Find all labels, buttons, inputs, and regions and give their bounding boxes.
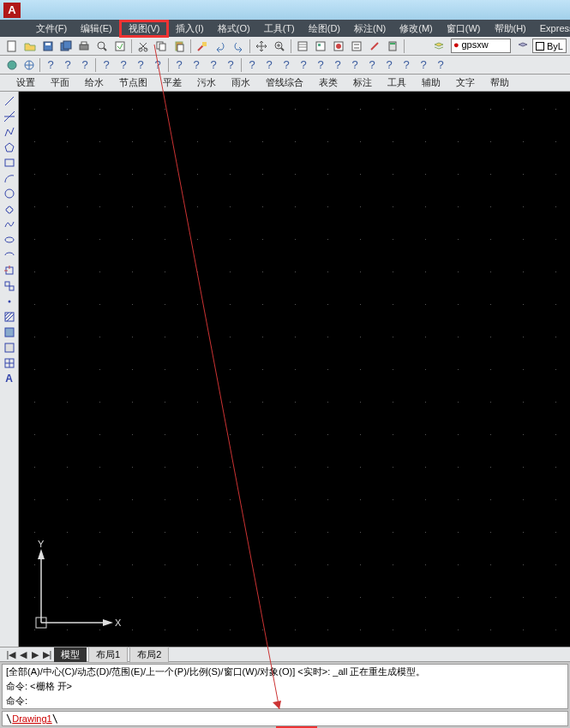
help-icon[interactable]: ? <box>98 57 115 73</box>
tab-layout1[interactable]: 布局1 <box>88 647 128 663</box>
help-icon[interactable]: ? <box>415 57 432 73</box>
save-icon[interactable] <box>39 38 57 54</box>
line-icon[interactable] <box>2 93 17 108</box>
sub-node[interactable]: 节点图 <box>111 75 155 91</box>
sub-help[interactable]: 帮助 <box>483 75 517 91</box>
revcloud-icon[interactable] <box>2 201 17 216</box>
block-icon[interactable] <box>2 278 17 293</box>
help-icon[interactable]: ? <box>329 57 346 73</box>
sub-rain[interactable]: 雨水 <box>224 75 258 91</box>
ssm-icon[interactable] <box>348 38 365 54</box>
sub-dim[interactable]: 标注 <box>345 75 380 91</box>
help-icon[interactable]: ? <box>398 57 415 73</box>
sub-table[interactable]: 表类 <box>311 75 345 91</box>
help-icon[interactable]: ? <box>188 57 205 73</box>
menu-file[interactable]: 文件(F) <box>29 20 74 38</box>
publish-icon[interactable] <box>111 38 129 54</box>
props-icon[interactable] <box>294 38 311 54</box>
help-icon[interactable]: ? <box>363 57 381 73</box>
help-icon[interactable]: ? <box>261 57 278 73</box>
help-icon[interactable]: ? <box>205 57 222 73</box>
hatch-icon[interactable] <box>2 309 17 324</box>
xline-icon[interactable] <box>2 109 17 123</box>
dc-icon[interactable] <box>312 38 329 54</box>
point-icon[interactable] <box>2 294 17 308</box>
menu-dim[interactable]: 标注(N) <box>347 20 393 38</box>
pan-icon[interactable] <box>253 38 270 54</box>
menu-format[interactable]: 格式(O) <box>211 20 257 38</box>
help-icon[interactable]: ? <box>42 57 59 73</box>
pline-icon[interactable] <box>2 124 17 139</box>
circle-icon[interactable] <box>2 186 17 200</box>
tab-model[interactable]: 模型 <box>54 647 87 662</box>
open-icon[interactable] <box>21 38 39 54</box>
menu-modify[interactable]: 修改(M) <box>393 20 440 38</box>
cut-icon[interactable] <box>135 38 152 54</box>
help-icon[interactable]: ? <box>432 57 449 73</box>
color-bylayer[interactable]: ByL <box>532 39 567 53</box>
tab-last-icon[interactable]: ▶| <box>41 649 53 660</box>
new-icon[interactable] <box>3 38 21 54</box>
sub-plan[interactable]: 平面 <box>43 75 77 91</box>
help-icon[interactable]: ? <box>295 57 312 73</box>
region-icon[interactable] <box>2 340 17 355</box>
mtext-icon[interactable]: A <box>2 371 17 385</box>
gradient-icon[interactable] <box>2 325 17 339</box>
help-icon[interactable]: ? <box>132 57 149 73</box>
tp-icon[interactable] <box>330 38 347 54</box>
help-icon[interactable]: ? <box>222 57 239 73</box>
ellipse-icon[interactable] <box>2 232 17 247</box>
copy-icon[interactable] <box>153 38 170 54</box>
sub-water[interactable]: 给水 <box>77 75 111 91</box>
help-icon[interactable]: ? <box>346 57 363 73</box>
menu-express[interactable]: Express <box>533 21 570 36</box>
help-icon[interactable]: ? <box>149 57 166 73</box>
sub-pipe[interactable]: 管线综合 <box>258 75 311 91</box>
help-icon[interactable]: ? <box>243 57 261 73</box>
saveas-icon[interactable] <box>57 38 75 54</box>
hyperlink-icon[interactable] <box>21 57 38 73</box>
tab-next-icon[interactable]: ▶ <box>29 649 41 660</box>
menu-view[interactable]: 视图(V) <box>122 21 167 36</box>
drawing-canvas[interactable]: Y X <box>19 92 570 647</box>
arc-icon[interactable] <box>2 170 17 185</box>
insert-icon[interactable] <box>2 263 17 277</box>
command-window[interactable]: [全部(A)/中心(C)/动态(D)/范围(E)/上一个(P)/比例(S)/窗口… <box>2 664 568 709</box>
mkp-icon[interactable] <box>366 38 383 54</box>
drawing-name[interactable]: Drawing1 <box>12 713 51 724</box>
print-icon[interactable] <box>75 38 93 54</box>
layer-icon[interactable] <box>430 38 447 54</box>
help-icon[interactable]: ? <box>76 57 93 73</box>
preview-icon[interactable] <box>93 38 111 54</box>
menu-draw[interactable]: 绘图(D) <box>302 20 347 38</box>
undo-icon[interactable] <box>212 38 229 54</box>
table-icon[interactable] <box>2 355 17 370</box>
sub-adjust[interactable]: 平差 <box>155 75 189 91</box>
menu-tools[interactable]: 工具(T) <box>257 20 302 38</box>
rect-icon[interactable] <box>2 155 17 170</box>
polygon-icon[interactable] <box>2 140 17 154</box>
calc-icon[interactable] <box>384 38 401 54</box>
tab-layout2[interactable]: 布局2 <box>129 647 169 663</box>
etrans-icon[interactable] <box>3 57 21 73</box>
layer-state-icon[interactable] <box>514 38 531 54</box>
sub-tool[interactable]: 工具 <box>380 75 414 91</box>
layer-dropdown[interactable]: ● gpsxw <box>451 39 511 53</box>
tab-prev-icon[interactable]: ◀ <box>17 649 29 660</box>
menu-window[interactable]: 窗口(W) <box>440 20 488 38</box>
match-icon[interactable] <box>194 38 211 54</box>
menu-help[interactable]: 帮助(H) <box>488 20 533 38</box>
help-icon[interactable]: ? <box>278 57 295 73</box>
redo-icon[interactable] <box>230 38 247 54</box>
help-icon[interactable]: ? <box>312 57 329 73</box>
menu-edit[interactable]: 编辑(E) <box>74 20 119 38</box>
menu-insert[interactable]: 插入(I) <box>169 20 210 38</box>
help-icon[interactable]: ? <box>381 57 398 73</box>
zoom-icon[interactable] <box>271 38 288 54</box>
ellipsearc-icon[interactable] <box>2 248 17 262</box>
sub-aux[interactable]: 辅助 <box>414 75 448 91</box>
tab-first-icon[interactable]: |◀ <box>5 649 17 660</box>
paste-icon[interactable] <box>171 38 188 54</box>
spline-icon[interactable] <box>2 217 17 231</box>
help-icon[interactable]: ? <box>171 57 188 73</box>
